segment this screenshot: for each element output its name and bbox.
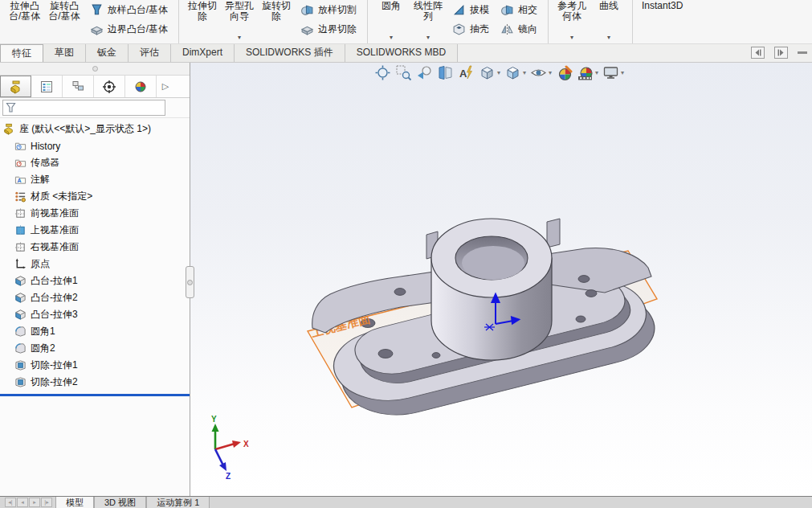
view-settings-button[interactable]: ▾ xyxy=(602,64,625,81)
tree-item-fillet1[interactable]: 圆角1 xyxy=(0,323,190,340)
tab-evaluate[interactable]: 评估 xyxy=(129,44,171,62)
3d-views-tab[interactable]: 3D 视图 xyxy=(94,497,146,508)
displaymanager-tab[interactable] xyxy=(125,76,157,97)
displaymanager-icon xyxy=(133,80,148,94)
rollback-bar[interactable] xyxy=(0,394,190,396)
tree-item-cut-extrude2[interactable]: 切除-拉伸2 xyxy=(0,374,190,391)
configurationmanager-tab[interactable] xyxy=(63,76,94,97)
tab-dimxpert[interactable]: DimXpert xyxy=(171,44,235,62)
tree-item-annotations[interactable]: A 注解 xyxy=(0,171,190,188)
dropdown-caret-icon[interactable]: ▾ xyxy=(238,35,241,41)
next-tab-button[interactable]: ▸ xyxy=(29,498,40,507)
tree-item-boss-extrude1[interactable]: 凸台-拉伸1 xyxy=(0,272,190,289)
intersect-button[interactable]: 相交 xyxy=(498,2,540,18)
tree-item-cut-extrude1[interactable]: 切除-拉伸1 xyxy=(0,357,190,374)
intersect-mirror-stack: 相交 镜向 xyxy=(495,0,543,43)
dropdown-caret-icon[interactable]: ▾ xyxy=(426,35,430,41)
extruded-boss-label: 拉伸凸 台/基体 xyxy=(9,1,40,22)
central-boss-cylinder[interactable] xyxy=(431,219,552,360)
draft-button[interactable]: 拔模 xyxy=(450,2,492,18)
mirror-label: 镜向 xyxy=(518,23,537,36)
propertymanager-tab[interactable] xyxy=(31,76,63,97)
model-tab[interactable]: 模型 xyxy=(55,497,94,508)
boundary-boss-button[interactable]: 边界凸台/基体 xyxy=(88,21,170,37)
tab-nav-buttons: ◂| ◂ ▸ |▸ xyxy=(0,497,55,508)
tree-item-history[interactable]: History xyxy=(0,137,190,154)
extruded-cut-button[interactable]: 拉伸切 除 xyxy=(184,0,221,43)
tree-item-sensors[interactable]: 传感器 xyxy=(0,154,190,171)
tree-item-origin[interactable]: 原点 xyxy=(0,256,190,272)
previous-view-icon xyxy=(416,64,433,81)
fillet-button[interactable]: 圆角▾ xyxy=(373,0,410,43)
tree-item-boss-extrude2[interactable]: 凸台-拉伸2 xyxy=(0,289,190,306)
dropdown-caret-icon[interactable]: ▾ xyxy=(390,35,393,41)
curves-button[interactable]: 曲线▾ xyxy=(590,0,627,43)
corner-triad: Y X Z xyxy=(211,415,249,481)
tree-item-top-plane[interactable]: 上视基准面 xyxy=(0,222,190,239)
panel-top-splitter[interactable] xyxy=(0,63,190,76)
section-view-icon xyxy=(437,64,454,81)
view-settings-icon xyxy=(602,64,619,81)
manager-tabs-overflow-button[interactable]: ▷ xyxy=(157,76,174,97)
tab-solidworks-addins[interactable]: SOLIDWORKS 插件 xyxy=(235,44,345,62)
section-view-button[interactable] xyxy=(436,64,455,81)
dropdown-caret-icon[interactable]: ▾ xyxy=(570,35,573,41)
plane-highlighted-icon xyxy=(14,224,27,236)
minimize-ribbon-icon[interactable] xyxy=(798,51,807,54)
previous-view-button[interactable] xyxy=(415,64,434,81)
display-style-button[interactable]: ▾ xyxy=(504,64,527,81)
edit-appearance-button[interactable] xyxy=(555,64,573,81)
tree-item-material[interactable]: 材质 <未指定> xyxy=(0,188,190,205)
linear-pattern-button[interactable]: 线性阵 列▾ xyxy=(410,0,447,43)
revolved-boss-button[interactable]: 旋转凸 台/基体 xyxy=(44,0,84,43)
command-tab-bar: 特征 草图 钣金 评估 DimXpert SOLIDWORKS 插件 SOLID… xyxy=(0,44,812,63)
graphics-viewport[interactable]: A ▾ ▾ ▾ ▾ ▾ xyxy=(190,63,812,496)
dimxpertmanager-tab[interactable] xyxy=(94,76,125,97)
apply-scene-button[interactable]: ▾ xyxy=(576,64,599,81)
dropdown-caret-icon[interactable]: ▾ xyxy=(621,69,624,76)
tree-item-right-plane[interactable]: 右视基准面 xyxy=(0,239,190,256)
tree-filter-input[interactable] xyxy=(19,103,162,113)
first-tab-button[interactable]: ◂| xyxy=(5,498,16,507)
dropdown-caret-icon[interactable]: ▾ xyxy=(497,69,500,76)
dropdown-caret-icon[interactable]: ▾ xyxy=(549,69,552,76)
dropdown-caret-icon[interactable]: ▾ xyxy=(595,69,598,76)
hide-show-items-button[interactable]: ▾ xyxy=(529,64,553,81)
tree-item-boss-extrude3[interactable]: 凸台-拉伸3 xyxy=(0,306,190,323)
annotation-visibility-button[interactable]: A xyxy=(457,64,475,81)
tab-sketch[interactable]: 草图 xyxy=(43,44,86,62)
tree-item-front-plane[interactable]: 前视基准面 xyxy=(0,205,190,222)
mirror-button[interactable]: 镜向 xyxy=(498,21,540,37)
draft-label: 拔模 xyxy=(470,3,489,17)
lofted-cut-button[interactable]: 放样切割 xyxy=(298,2,359,18)
reference-geometry-button[interactable]: 参考几 何体▾ xyxy=(553,0,590,43)
tab-sheet-metal[interactable]: 钣金 xyxy=(86,44,129,62)
panel-collapse-handle[interactable] xyxy=(186,266,194,298)
hole-wizard-button[interactable]: 异型孔 向导▾ xyxy=(221,0,258,43)
shell-icon xyxy=(452,23,466,36)
tree-root-part[interactable]: 座 (默认<<默认>_显示状态 1>) xyxy=(0,121,190,137)
dropdown-caret-icon[interactable]: ▾ xyxy=(607,35,610,41)
configurationmanager-icon xyxy=(71,80,85,94)
lofted-boss-button[interactable]: 放样凸台/基体 xyxy=(88,2,170,18)
collapse-right-panel-button[interactable] xyxy=(774,47,788,59)
last-tab-button[interactable]: |▸ xyxy=(41,498,52,507)
dropdown-caret-icon[interactable]: ▾ xyxy=(523,69,526,76)
prev-tab-button[interactable]: ◂ xyxy=(17,498,28,507)
zoom-to-fit-button[interactable] xyxy=(373,64,392,81)
boundary-cut-button[interactable]: 边界切除 xyxy=(298,21,359,37)
motion-study-tab[interactable]: 运动算例 1 xyxy=(146,497,210,508)
zoom-to-area-button[interactable] xyxy=(394,64,413,81)
tab-solidworks-mbd[interactable]: SOLIDWORKS MBD xyxy=(345,44,458,62)
model-canvas[interactable]: 上视基准面 xyxy=(190,63,812,496)
extruded-boss-button[interactable]: 拉伸凸 台/基体 xyxy=(5,0,44,43)
tree-filter-box[interactable] xyxy=(2,100,165,116)
shell-button[interactable]: 抽壳 xyxy=(450,21,492,37)
tab-features[interactable]: 特征 xyxy=(0,44,43,62)
instant3d-button[interactable]: Instant3D xyxy=(638,0,687,43)
collapse-left-panel-button[interactable] xyxy=(751,47,765,59)
tree-item-fillet2[interactable]: 圆角2 xyxy=(0,340,190,357)
revolved-cut-button[interactable]: 旋转切 除 xyxy=(258,0,295,43)
featuremanager-tree-tab[interactable] xyxy=(0,76,31,97)
view-orientation-button[interactable]: ▾ xyxy=(478,64,501,81)
